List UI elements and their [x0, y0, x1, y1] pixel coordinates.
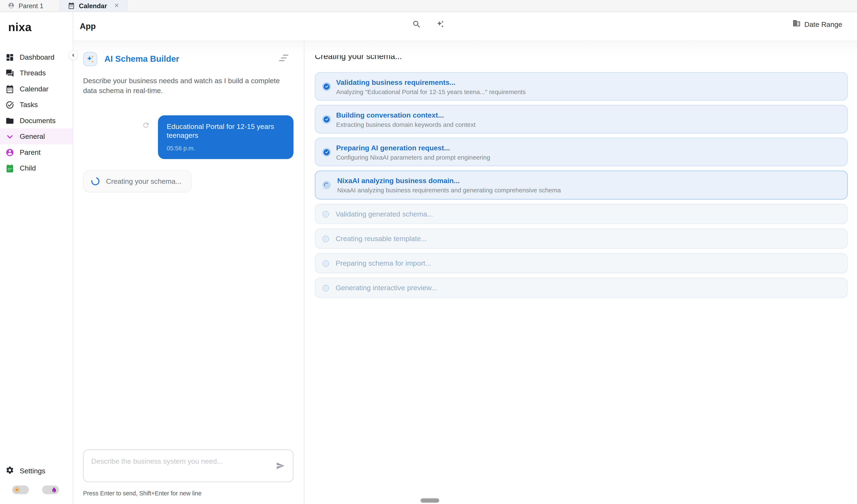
sidebar-item-label: Calendar — [20, 85, 49, 93]
tab-calendar[interactable]: Calendar ✕ — [60, 0, 128, 12]
step-title: Validating business requirements... — [336, 78, 526, 86]
sidebar-item-label: Settings — [20, 467, 45, 475]
sidebar-item-child[interactable]: Child — [0, 160, 73, 176]
parent-avatar-icon — [5, 148, 14, 157]
step-pending-icon — [322, 260, 329, 267]
child-calendar-icon — [5, 164, 14, 173]
step-card: Generating interactive preview... — [315, 278, 848, 298]
sidebar-item-general[interactable]: General — [0, 129, 73, 144]
message-composer — [83, 449, 293, 482]
calendar-icon — [5, 84, 14, 93]
search-icon[interactable] — [412, 20, 421, 29]
loading-text: Creating your schema... — [106, 177, 181, 185]
step-card: Validating business requirements...Analy… — [315, 72, 848, 101]
user-message-text: Educational Portal for 12-15 years teena… — [167, 122, 285, 140]
droplet-icon — [51, 487, 57, 493]
step-pending-icon — [322, 285, 329, 291]
step-title: Creating reusable template... — [336, 235, 427, 243]
send-icon[interactable] — [276, 461, 285, 470]
tab-label: Calendar — [79, 2, 107, 10]
message-input[interactable] — [83, 449, 293, 482]
sidebar-item-tasks[interactable]: Tasks — [0, 97, 73, 113]
spinner-icon — [90, 175, 101, 187]
step-subtitle: Configuring NixaAI parameters and prompt… — [336, 154, 490, 161]
ai-sparkles-icon[interactable] — [436, 20, 445, 29]
builder-description: Describe your business needs and watch a… — [83, 76, 293, 95]
sidebar-item-settings[interactable]: Settings — [0, 463, 73, 479]
page-header: App Date Range — [73, 12, 857, 41]
nixa-logo: nixa — [8, 21, 73, 34]
date-range-label: Date Range — [804, 20, 842, 28]
progress-steps-list: Validating business requirements...Analy… — [315, 72, 848, 298]
step-title: Generating interactive preview... — [336, 284, 437, 292]
tab-parent-1[interactable]: Parent 1 — [1, 0, 50, 12]
date-range-button[interactable]: Date Range — [792, 19, 842, 29]
page-title: App — [80, 21, 96, 31]
step-spinner-icon — [322, 181, 331, 189]
sidebar-item-dashboard[interactable]: Dashboard — [0, 49, 73, 65]
dashboard-grid-icon — [5, 53, 14, 62]
schema-progress-panel: Creating your schema... Validating busin… — [304, 41, 857, 504]
sidebar-item-threads[interactable]: Threads — [0, 65, 73, 81]
step-title: NixaAI analyzing business domain... — [337, 177, 561, 185]
sidebar-item-documents[interactable]: Documents — [0, 113, 73, 128]
light-mode-toggle[interactable] — [12, 486, 29, 494]
refresh-icon[interactable] — [142, 121, 150, 129]
user-message-bubble: Educational Portal for 12-15 years teena… — [158, 115, 293, 159]
tab-label: Parent 1 — [19, 2, 44, 10]
user-message-time: 05:56 p.m. — [167, 145, 285, 151]
step-complete-icon — [323, 116, 330, 122]
step-card: Preparing schema for import... — [315, 253, 848, 273]
step-pending-icon — [322, 211, 329, 217]
close-icon[interactable]: ✕ — [114, 2, 119, 9]
sidebar-item-label: General — [20, 132, 45, 140]
progress-title: Creating your schema... — [315, 51, 848, 61]
step-pending-icon — [322, 235, 329, 242]
step-card: Creating reusable template... — [315, 229, 848, 249]
horizontal-scrollbar-thumb[interactable] — [421, 499, 439, 502]
step-card: Validating generated schema... — [315, 204, 848, 224]
step-card: Preparing AI generation request...Config… — [315, 138, 848, 166]
ai-schema-builder-panel: AI Schema Builder Describe your business… — [73, 41, 304, 504]
sidebar-item-label: Threads — [20, 69, 46, 77]
assistant-loading-bubble: Creating your schema... — [83, 170, 192, 192]
builder-title: AI Schema Builder — [104, 54, 179, 64]
chevron-down-icon — [5, 132, 14, 141]
step-complete-icon — [323, 149, 330, 155]
menu-lines-icon[interactable] — [279, 55, 289, 61]
sun-icon — [14, 487, 20, 493]
sidebar-item-label: Tasks — [20, 101, 38, 109]
browser-tab-bar: Parent 1 Calendar ✕ — [0, 0, 857, 12]
color-theme-toggle[interactable] — [42, 486, 59, 494]
step-card: NixaAI analyzing business domain...NixaA… — [315, 170, 848, 200]
sidebar: nixa DashboardThreadsCalendarTasksDocume… — [0, 12, 73, 504]
ai-sparkle-badge-icon — [83, 52, 97, 66]
threads-chat-icon — [5, 69, 14, 78]
building-icon — [792, 19, 801, 29]
sidebar-item-label: Parent — [20, 148, 41, 156]
tasks-check-icon — [5, 100, 14, 109]
step-title: Preparing schema for import... — [336, 259, 431, 267]
app-window: Parent 1 Calendar ✕ nixa DashboardThread… — [0, 0, 857, 504]
theme-toggles — [12, 486, 73, 494]
step-title: Building conversation context... — [336, 111, 475, 119]
sidebar-item-label: Dashboard — [20, 53, 55, 61]
person-pin-icon — [7, 2, 15, 9]
step-title: Preparing AI generation request... — [336, 144, 490, 152]
composer-hint: Press Enter to send, Shift+Enter for new… — [83, 490, 202, 497]
step-subtitle: Extracting business domain keywords and … — [336, 121, 475, 128]
sidebar-item-label: Documents — [20, 117, 56, 125]
step-complete-icon — [323, 83, 330, 89]
gear-icon — [5, 466, 14, 476]
step-card: Building conversation context...Extracti… — [315, 105, 848, 133]
step-subtitle: NixaAI analyzing business requirements a… — [337, 187, 561, 194]
step-subtitle: Analyzing "Educational Portal for 12-15 … — [336, 88, 526, 95]
collapse-panel-button[interactable]: ‹ — [68, 50, 78, 60]
documents-folder-icon — [5, 116, 14, 125]
sidebar-item-label: Child — [20, 164, 36, 172]
sidebar-nav: DashboardThreadsCalendarTasksDocumentsGe… — [0, 49, 73, 176]
sidebar-item-parent[interactable]: Parent — [0, 144, 73, 160]
calendar-icon — [68, 2, 75, 9]
sidebar-item-calendar[interactable]: Calendar — [0, 81, 73, 97]
step-title: Validating generated schema... — [336, 210, 433, 218]
